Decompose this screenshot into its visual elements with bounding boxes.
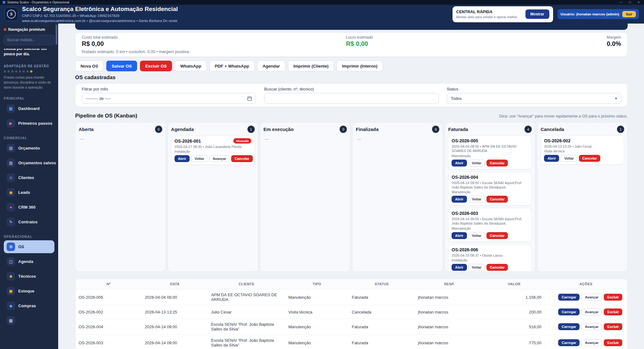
purchases-icon: ◆ bbox=[7, 302, 15, 310]
cell-date: 2026-04-14 09:00 bbox=[142, 335, 208, 349]
voltar-button[interactable]: Voltar bbox=[469, 196, 485, 203]
voltar-button[interactable]: Voltar bbox=[469, 160, 485, 166]
kanban-card[interactable]: OS-2026-002 2026-04-13 13:25 • Julio Ces… bbox=[541, 135, 624, 165]
voltar-button[interactable]: Voltar bbox=[469, 232, 485, 239]
column-header-status: STATUS bbox=[349, 279, 415, 289]
excluir-button[interactable]: Excluir bbox=[604, 339, 622, 346]
avancar-button[interactable]: Avançar bbox=[581, 323, 602, 330]
kanban-column-aberta: Aberta 0 — bbox=[75, 122, 166, 272]
voltar-button[interactable]: Voltar bbox=[561, 155, 577, 162]
os-meta: 2026-04-13 13:25 • Julio Cesar bbox=[544, 144, 621, 149]
column-header-tipo: TIPO bbox=[285, 279, 349, 289]
salvar-os-button[interactable]: Salvar OS bbox=[106, 61, 137, 71]
cancelar-button[interactable]: Cancelar bbox=[486, 232, 508, 239]
abrir-button[interactable]: Abrir bbox=[544, 155, 559, 162]
avancar-button[interactable]: Avançar bbox=[581, 308, 602, 315]
os-type: Visita técnica bbox=[544, 149, 621, 153]
excluir-button[interactable]: Excluir bbox=[604, 294, 622, 301]
module-search-input[interactable] bbox=[4, 35, 54, 45]
close-icon[interactable]: × bbox=[638, 0, 640, 5]
sidebar-item-os[interactable]: ⚙ OS bbox=[4, 240, 54, 253]
cell-os-id: OS-2026-004 bbox=[75, 319, 142, 335]
sidebar-item-estoque[interactable]: ▣ Estoque bbox=[4, 285, 54, 297]
sidebar-item-label: Dashboard bbox=[18, 106, 40, 111]
cost-value: R$ 0,00 bbox=[82, 40, 346, 47]
abrir-button[interactable]: Abrir bbox=[452, 232, 467, 239]
sidebar-item-orcamento[interactable]: ▤ Orçamento bbox=[4, 142, 54, 155]
kanban-card[interactable]: OS-2026-001 Atrasada 2026-04-17 08:30 • … bbox=[171, 135, 255, 165]
sidebar-item-compras[interactable]: ◆ Compras bbox=[4, 299, 54, 312]
cancelar-button[interactable]: Cancelar bbox=[486, 196, 508, 203]
os-meta: 2026-04-04 08:00 • APM DA EE OCTAVIO SOA… bbox=[452, 144, 528, 153]
cell-resp: jhonatan marcos bbox=[415, 289, 484, 305]
sidebar-item-agenda[interactable]: ◫ Agenda bbox=[4, 255, 54, 268]
os-table: Nº DATA CLIENTE TIPO STATUS RESP. VALOR … bbox=[75, 279, 627, 349]
cancelar-button[interactable]: Cancelar bbox=[486, 264, 508, 271]
sidebar-scrollbar[interactable] bbox=[56, 25, 57, 45]
carregar-button[interactable]: Carregar bbox=[558, 294, 580, 301]
logout-button[interactable]: Sair bbox=[622, 11, 636, 17]
os-id: OS-2026-006 bbox=[452, 247, 478, 252]
carregar-button[interactable]: Carregar bbox=[558, 339, 580, 346]
cell-type: Manutenção bbox=[285, 319, 349, 335]
crm-icon: ● bbox=[7, 203, 15, 211]
sidebar-item-tecnicos[interactable]: ☻ Técnicos bbox=[4, 270, 54, 283]
kanban-card[interactable]: OS-2026-003 2026-04-14 09:00 • Escola SE… bbox=[448, 208, 532, 242]
cell-status: Faturada bbox=[349, 289, 415, 305]
abrir-button[interactable]: Abrir bbox=[175, 155, 190, 162]
cell-date: 2026-04-04 08:00 bbox=[142, 289, 208, 305]
sidebar-item-label: CRM 360 bbox=[18, 205, 36, 210]
nova-os-button[interactable]: Nova OS bbox=[75, 61, 103, 71]
voltar-button[interactable]: Voltar bbox=[469, 264, 485, 271]
kanban-card[interactable]: OS-2026-005 2026-04-04 08:00 • APM DA EE… bbox=[448, 135, 532, 169]
sidebar-item-primeiros-passos[interactable]: ▶ Primeiros passos bbox=[4, 117, 54, 130]
cancelar-button[interactable]: Cancelar bbox=[486, 160, 508, 166]
imprimir-cliente-button[interactable]: Imprimir (Cliente) bbox=[288, 61, 334, 71]
imprimir-interno-button[interactable]: Imprimir (Interno) bbox=[337, 61, 383, 71]
search-filter-input[interactable] bbox=[264, 93, 438, 104]
mostrar-button[interactable]: Mostrar bbox=[525, 9, 549, 19]
avancar-button[interactable]: Avançar bbox=[581, 339, 602, 346]
kanban-card[interactable]: OS-2026-006 2026-04-15 08:37 • Osvair La… bbox=[448, 244, 532, 272]
carregar-button[interactable]: Carregar bbox=[558, 323, 580, 330]
cost-label: Custo total estimado bbox=[82, 35, 346, 40]
minimize-icon[interactable]: ─ bbox=[620, 0, 622, 5]
sidebar-item-clientes[interactable]: ☺ Clientes bbox=[4, 171, 54, 184]
sidebar-item-contratos[interactable]: ✎ Contratos bbox=[4, 215, 54, 228]
carousel-dots[interactable] bbox=[4, 70, 54, 73]
cancelar-button[interactable]: Cancelar bbox=[579, 155, 600, 162]
sidebar-item-label: Agenda bbox=[18, 259, 33, 264]
sidebar-item-crm-360[interactable]: ● CRM 360 bbox=[4, 201, 54, 214]
sidebar-item-leads[interactable]: ◉ Leads bbox=[4, 186, 54, 199]
sidebar-item-partial[interactable]: ▦ bbox=[4, 314, 54, 327]
cell-resp: jhonatan marcos bbox=[415, 305, 484, 319]
status-select[interactable]: Todos ▾ bbox=[447, 93, 621, 104]
abrir-button[interactable]: Abrir bbox=[452, 160, 467, 166]
user-panel: Usuário: jhonatan marcos (admin) Sair bbox=[558, 9, 639, 19]
kanban-card[interactable]: OS-2026-004 2026-04-14 09:00 • Escola SE… bbox=[448, 172, 532, 206]
column-header-data: DATA bbox=[142, 279, 208, 289]
carregar-button[interactable]: Carregar bbox=[558, 308, 580, 315]
cancelar-button[interactable]: Cancelar bbox=[231, 155, 253, 162]
sidebar-item-orcamentos-salvos[interactable]: ▥ Orçamentos salvos bbox=[4, 156, 54, 169]
pdf-whatsapp-button[interactable]: PDF + WhatsApp bbox=[209, 61, 254, 71]
avancar-button[interactable]: Avançar bbox=[581, 294, 602, 301]
voltar-button[interactable]: Voltar bbox=[191, 155, 208, 162]
agendar-button[interactable]: Agendar bbox=[257, 61, 285, 71]
kanban-column-em-execucao: Em execução 0 — bbox=[260, 122, 351, 272]
excluir-os-button[interactable]: Excluir OS bbox=[140, 61, 172, 71]
whatsapp-button[interactable]: WhatsApp bbox=[175, 61, 207, 71]
os-meta: 2026-04-14 09:00 • Escola SENAI &quot;Pr… bbox=[452, 181, 528, 190]
kanban-column-finalizada: Finalizada 0 — bbox=[352, 122, 443, 272]
avancar-button[interactable]: Avançar bbox=[209, 155, 230, 162]
excluir-button[interactable]: Excluir bbox=[604, 308, 622, 315]
sidebar-item-dashboard[interactable]: ▦ Dashboard bbox=[4, 102, 54, 115]
column-header-cliente: CLIENTE bbox=[208, 279, 285, 289]
cell-value: 775,00 bbox=[484, 335, 545, 349]
excluir-button[interactable]: Excluir bbox=[604, 323, 622, 330]
cell-status: Faturada bbox=[349, 335, 415, 349]
abrir-button[interactable]: Abrir bbox=[452, 196, 467, 203]
abrir-button[interactable]: Abrir bbox=[452, 264, 467, 271]
month-filter-input[interactable]: --------- de ---- bbox=[82, 93, 256, 104]
maximize-icon[interactable]: □ bbox=[629, 0, 631, 5]
